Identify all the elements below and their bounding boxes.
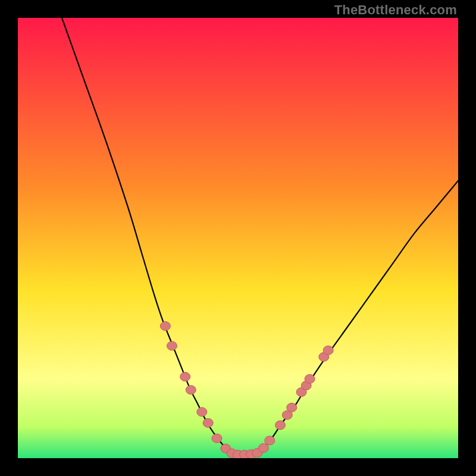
data-marker [167, 342, 177, 350]
data-marker [180, 372, 190, 381]
chart-overlay [18, 18, 458, 458]
data-marker [160, 322, 170, 331]
source-watermark: TheBottleneck.com [334, 2, 457, 18]
data-marker [258, 443, 268, 452]
data-marker [212, 434, 222, 443]
bottleneck-curve [62, 18, 458, 455]
marker-group [160, 322, 333, 459]
data-marker [287, 403, 297, 412]
data-marker [186, 386, 196, 394]
data-marker [197, 408, 207, 416]
data-marker [275, 421, 286, 430]
data-marker [305, 374, 315, 383]
data-marker [265, 436, 275, 445]
plot-frame [18, 18, 458, 458]
data-marker [323, 346, 333, 355]
data-marker [203, 418, 213, 427]
